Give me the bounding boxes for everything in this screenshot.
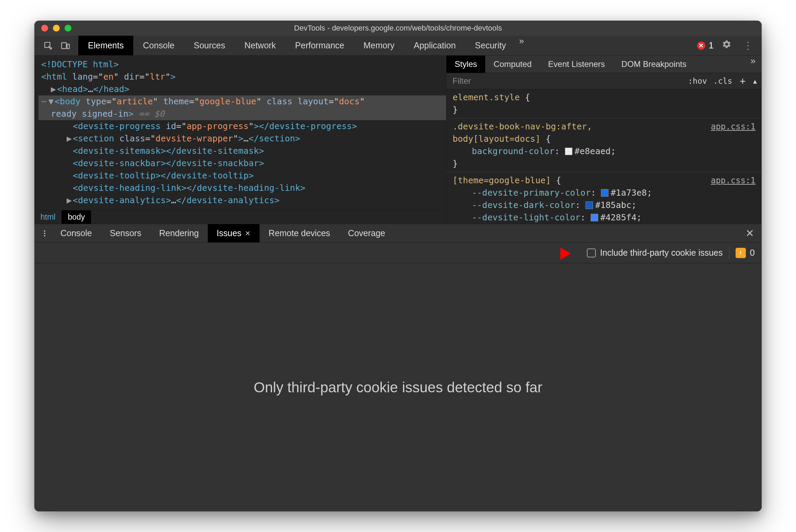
drawer-tab-remote[interactable]: Remote devices	[260, 224, 339, 242]
css-rule[interactable]: app.css:1.devsite-book-nav-bg:after,body…	[446, 118, 762, 172]
annotation-arrow-icon	[545, 244, 571, 263]
window-title: DevTools - developers.google.com/web/too…	[34, 24, 762, 33]
drawer-tab-sensors[interactable]: Sensors	[101, 224, 150, 242]
dom-line[interactable]: <devsite-snackbar></devsite-snackbar>	[38, 157, 446, 170]
dom-line[interactable]: <devsite-tooltip></devsite-tooltip>	[38, 170, 446, 182]
styles-more-tabs-icon[interactable]: »	[747, 56, 762, 73]
rule-source-link[interactable]: app.css:1	[711, 174, 755, 187]
drawer-tab-console[interactable]: Console	[52, 224, 101, 242]
issues-empty-message: Only third-party cookie issues detected …	[254, 379, 542, 396]
checkbox-label: Include third-party cookie issues	[600, 248, 723, 258]
drawer: Console Sensors Rendering Issues ✕ Remot…	[34, 224, 762, 511]
tab-memory[interactable]: Memory	[354, 36, 404, 55]
close-window-icon[interactable]	[41, 25, 48, 32]
device-toolbar-icon[interactable]	[60, 40, 71, 51]
dom-line[interactable]: <devsite-heading-link></devsite-heading-…	[38, 182, 446, 194]
css-rule[interactable]: element.style {}	[446, 89, 762, 118]
maximize-window-icon[interactable]	[65, 25, 71, 32]
drawer-close-icon[interactable]: ✕	[738, 224, 762, 242]
more-tabs-icon[interactable]: »	[515, 36, 527, 55]
styles-tab-listeners[interactable]: Event Listeners	[540, 56, 613, 73]
tab-security[interactable]: Security	[465, 36, 515, 55]
styles-tab-computed[interactable]: Computed	[485, 56, 540, 73]
styles-scroll-up-icon[interactable]: ▲	[753, 78, 757, 85]
minimize-window-icon[interactable]	[53, 25, 60, 32]
dom-line[interactable]: <devsite-progress id="app-progress"></de…	[38, 120, 446, 132]
svg-rect-2	[67, 44, 69, 48]
error-icon: ✕	[697, 42, 705, 50]
inspect-element-icon[interactable]	[43, 40, 54, 51]
svg-rect-3	[740, 251, 741, 253]
rule-source-link[interactable]: app.css:1	[711, 120, 755, 133]
main-toolbar: Elements Console Sources Network Perform…	[34, 36, 762, 56]
css-rule[interactable]: app.css:1[theme=google-blue] {--devsite-…	[446, 172, 762, 224]
dom-line[interactable]: ▶<head>…</head>	[38, 83, 446, 95]
toolbar-divider	[729, 247, 729, 259]
titlebar: DevTools - developers.google.com/web/too…	[34, 21, 762, 36]
tab-application[interactable]: Application	[404, 36, 465, 55]
dom-line[interactable]: ⋯▼<body type="article" theme="google-blu…	[38, 95, 446, 108]
settings-gear-icon[interactable]	[718, 39, 735, 51]
styles-tab-dombreakpoints[interactable]: DOM Breakpoints	[613, 56, 695, 73]
styles-tabs: Styles Computed Event Listeners DOM Brea…	[446, 56, 762, 73]
new-style-rule-button[interactable]: +	[738, 76, 747, 87]
main-split: <!DOCTYPE html><html lang="en" dir="ltr"…	[34, 56, 762, 224]
elements-panel: <!DOCTYPE html><html lang="en" dir="ltr"…	[34, 56, 446, 224]
styles-panel: Styles Computed Event Listeners DOM Brea…	[446, 56, 762, 224]
main-tabs: Elements Console Sources Network Perform…	[78, 36, 527, 55]
tab-network[interactable]: Network	[235, 36, 286, 55]
hov-button[interactable]: :hov	[688, 77, 707, 85]
tab-performance[interactable]: Performance	[285, 36, 354, 55]
issue-count[interactable]: 0	[736, 247, 755, 258]
tab-sources[interactable]: Sources	[184, 36, 235, 55]
crumb-html[interactable]: html	[34, 210, 61, 224]
css-rules[interactable]: element.style {}app.css:1.devsite-book-n…	[446, 89, 762, 224]
crumb-body[interactable]: body	[61, 210, 91, 224]
dom-line[interactable]: <!DOCTYPE html>	[38, 58, 446, 71]
drawer-tab-coverage[interactable]: Coverage	[339, 224, 394, 242]
dom-line[interactable]: <devsite-sitemask></devsite-sitemask>	[38, 145, 446, 157]
kebab-menu-icon[interactable]: ⋮	[740, 40, 756, 51]
issue-badge-icon	[736, 248, 746, 258]
window-controls	[34, 25, 71, 32]
dom-line[interactable]: ready signed-in> == $0	[38, 108, 446, 120]
tab-elements[interactable]: Elements	[78, 36, 133, 55]
include-third-party-checkbox[interactable]: Include third-party cookie issues	[587, 248, 723, 258]
issues-toolbar: Include third-party cookie issues 0	[34, 243, 762, 263]
drawer-tab-label: Issues	[217, 228, 241, 238]
close-tab-icon[interactable]: ✕	[245, 229, 251, 238]
cls-button[interactable]: .cls	[713, 77, 732, 85]
svg-rect-4	[740, 254, 741, 255]
dom-tree[interactable]: <!DOCTYPE html><html lang="en" dir="ltr"…	[34, 56, 446, 210]
drawer-menu-icon[interactable]	[38, 224, 52, 242]
styles-filter-row: :hov .cls + ▲	[446, 73, 762, 89]
drawer-tab-rendering[interactable]: Rendering	[150, 224, 207, 242]
breadcrumb: html body	[34, 210, 446, 224]
drawer-tabs: Console Sensors Rendering Issues ✕ Remot…	[34, 224, 762, 243]
error-indicator[interactable]: ✕ 1	[697, 40, 714, 51]
devtools-window: DevTools - developers.google.com/web/too…	[34, 21, 762, 511]
dom-line[interactable]: ▶<section class="devsite-wrapper">…</sec…	[38, 132, 446, 145]
checkbox-icon	[587, 248, 596, 257]
issue-count-value: 0	[750, 247, 755, 258]
styles-filter-input[interactable]	[453, 76, 688, 86]
dom-line[interactable]: <html lang="en" dir="ltr">	[38, 71, 446, 83]
drawer-tab-issues[interactable]: Issues ✕	[208, 224, 260, 242]
styles-tab-styles[interactable]: Styles	[446, 56, 485, 73]
issues-body: Only third-party cookie issues detected …	[34, 263, 762, 511]
svg-rect-1	[61, 43, 66, 48]
tab-console[interactable]: Console	[133, 36, 184, 55]
dom-line[interactable]: ▶<devsite-analytics>…</devsite-analytics…	[38, 194, 446, 207]
error-count: 1	[709, 40, 714, 51]
